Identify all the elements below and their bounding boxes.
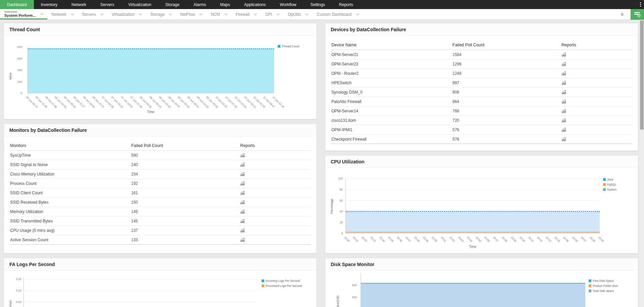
chevron-down-icon[interactable] [71,12,73,15]
column-header-reports: Reports [240,143,310,148]
nav-item-workflow[interactable]: Workflow [273,0,303,9]
chart-legend: Thread Count [278,45,299,48]
chevron-down-icon[interactable] [101,12,103,15]
row-name[interactable]: PaloAlto Firewall [331,99,452,104]
nav-item-network[interactable]: Network [64,0,93,9]
dashboard-tab-servers[interactable]: Servers [78,9,107,19]
y-axis-label: Value [9,72,12,80]
row-failed-poll-count: 590 [131,153,240,158]
row-name[interactable]: SSID Received Bytes [10,200,131,205]
nav-item-reports[interactable]: Reports [332,0,360,9]
chevron-down-icon[interactable] [169,12,172,15]
chevron-down-icon[interactable] [356,12,359,15]
nav-item-virtualization[interactable]: Virtualization [121,0,158,9]
report-chart-icon[interactable] [561,109,566,113]
dashboard-tab-firewall[interactable]: Firewall [231,9,261,19]
favorite-star-icon[interactable]: ★ [620,11,625,17]
row-name[interactable]: Process Count [10,181,131,186]
nav-item-servers[interactable]: Servers [93,0,121,9]
row-name[interactable]: OPM-Server14 [331,109,452,113]
nav-item-maps[interactable]: Maps [213,0,237,9]
add-dashboard-button[interactable] [631,9,644,20]
legend-item-system[interactable]: System [603,188,616,191]
report-chart-icon[interactable] [561,137,566,141]
row-name[interactable]: HPESwitch [331,81,452,85]
dashboard-tab-netflow[interactable]: NetFlow [176,9,206,19]
legend-item-java[interactable]: Java [603,178,616,181]
chevron-down-icon[interactable] [277,12,279,15]
table-row: CPU Usage (5 mins avg) 137 [9,226,311,235]
legend-item-pgsql[interactable]: PgSQL [603,183,616,186]
dashboard-tab-network[interactable]: Network [47,9,78,19]
report-chart-icon[interactable] [561,71,566,75]
report-chart-icon[interactable] [240,228,245,233]
legend-item-incoming-logs-per-second[interactable]: Incoming Logs Per Second [262,279,302,283]
legend-item-processed-logs-per-second[interactable]: Processed Logs Per Second [262,284,302,288]
row-name[interactable]: Memory Utilization [10,209,131,214]
chevron-down-icon[interactable] [200,12,202,15]
row-name[interactable]: OPM-Server23 [331,62,452,66]
table-row: Checkpoint Firewall 576 [331,135,633,144]
chevron-down-icon[interactable] [40,12,43,14]
report-chart-icon[interactable] [561,100,566,104]
row-name[interactable]: Synology DSM_0 [331,90,452,95]
report-chart-icon[interactable] [240,238,245,242]
legend-item-free-disk-space[interactable]: Free Disk Space [589,279,618,283]
report-chart-icon[interactable] [240,200,245,204]
dashboard-tab-custom-dashboard[interactable]: Custom Dashboard [312,9,363,19]
legend-item-total-disk-space[interactable]: Total Disk Space [589,289,618,293]
nav-item-storage[interactable]: Storage [158,0,186,9]
legend-item-thread-count[interactable]: Thread Count [278,45,299,48]
nav-item-settings[interactable]: Settings [303,0,332,9]
panel-title: CPU Utilization [325,156,638,168]
row-name[interactable]: Cisco Memory Utilization [10,172,131,176]
chevron-down-icon[interactable] [254,12,257,15]
row-name[interactable]: CPU Usage (5 mins avg) [10,228,131,233]
page-scrollbar-track[interactable] [640,20,644,307]
row-name[interactable]: SSID Signal to Noise [10,162,131,167]
nav-item-inventory[interactable]: Inventory [34,0,64,9]
row-failed-poll-count: 1248 [452,71,561,76]
chevron-down-icon[interactable] [139,12,142,15]
nav-item-alarms[interactable]: Alarms [186,0,213,9]
row-name[interactable]: SysUpTime [10,153,131,158]
dashboard-tab-ncm[interactable]: NCM [206,9,231,19]
cpu-pgsql-line-series [346,232,600,233]
row-name[interactable]: SSID Transmitted Bytes [10,219,131,223]
row-name[interactable]: OPM-Server21 [331,52,452,57]
dashboard-tab-dpi[interactable]: DPI [261,9,283,19]
column-header-monitors: Monitors [10,143,131,148]
chevron-down-icon[interactable] [306,12,308,15]
report-chart-icon[interactable] [561,81,566,85]
row-name[interactable]: Active Session Count [10,238,131,242]
chevron-down-icon[interactable] [225,12,227,15]
report-chart-icon[interactable] [240,172,245,176]
report-chart-icon[interactable] [561,90,566,94]
report-chart-icon[interactable] [561,118,566,122]
row-name[interactable]: OPM-IPMI1 [331,127,452,132]
row-name[interactable]: SSID Client Count [10,191,131,195]
report-chart-icon[interactable] [561,128,566,132]
report-chart-icon[interactable] [240,153,245,157]
report-chart-icon[interactable] [240,163,245,167]
page-scrollbar-thumb[interactable] [640,20,644,130]
report-chart-icon[interactable] [240,219,245,223]
nav-item-applications[interactable]: Applications [237,0,273,9]
dashboard-tab-storage[interactable]: Storage [146,9,176,19]
tabbar-right-controls: ★ [620,9,644,19]
kebab-menu-icon[interactable] [637,0,644,9]
report-chart-icon[interactable] [561,53,566,57]
legend-swatch [603,188,606,191]
dashboard-tab-oputils[interactable]: OpUtils [283,9,312,19]
row-name[interactable]: Checkpoint Firewall [331,137,452,142]
report-chart-icon[interactable] [240,210,245,214]
row-name[interactable]: OPM - Router2 [331,71,452,76]
dashboard-tab-virtualization[interactable]: Virtualization [107,9,146,19]
legend-item-product-folder-size[interactable]: Product Folder Size [589,284,618,288]
report-chart-icon[interactable] [240,182,245,186]
dashboard-tab-overview[interactable]: OverviewSystem Perform... [0,9,47,19]
nav-item-dashboard[interactable]: Dashboard [0,0,34,9]
row-name[interactable]: cisco131.itom [331,118,452,123]
report-chart-icon[interactable] [561,62,566,66]
report-chart-icon[interactable] [240,191,245,195]
